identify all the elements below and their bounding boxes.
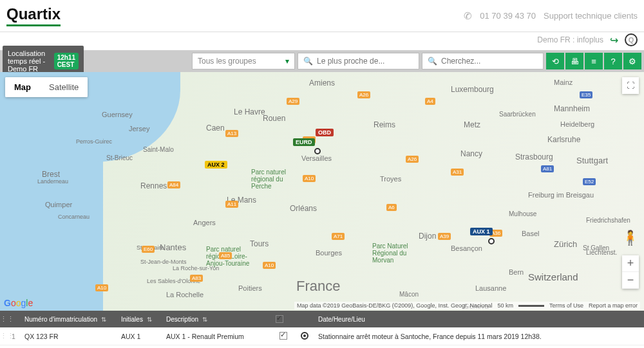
city-label: Besançon [451,244,482,252]
city-label: Guernsey [102,111,133,118]
city-label: Concarneau [58,214,90,220]
road-shield: E60 [142,246,155,253]
vehicle-marker-obd[interactable]: OBD [316,129,334,136]
city-label: Brest [42,170,60,179]
city-label: Freiburg im Breisgau [528,191,594,199]
city-label: Rouen [263,114,285,123]
drag-handle-icon[interactable]: ⋮⋮ [0,315,8,324]
map-type-map[interactable]: Map [5,77,40,97]
road-shield: A10 [263,262,276,269]
toolbar: Localisation temps réel - Demo FR 12h11 … [0,50,644,72]
city-label: St-Jean-de-Monts [140,259,187,265]
group-dropdown[interactable]: Tous les groupes ▾ [192,53,295,69]
grid-header: ⋮⋮ Numéro d'immatriculation Initiales De… [0,311,644,327]
col-select-all[interactable] [272,315,295,323]
brand-logo: Quartix [6,5,61,26]
refresh-button[interactable]: ⟲ [546,53,564,69]
settings-button[interactable]: ⚙ [623,53,641,69]
header-right: ✆ 01 70 39 43 70 Support technique clien… [464,10,638,22]
search-icon: 🔍 [428,57,437,66]
road-shield: A84 [167,181,180,188]
logout-icon[interactable]: ↪ [610,34,618,46]
city-label: Basel [522,230,540,237]
city-label: Friedrichshafen [586,217,630,224]
city-label: Mulhouse [509,210,536,217]
park-label: Parc naturel régional du Perche [251,169,296,190]
support-phone: 01 70 39 43 70 [480,11,536,21]
city-label: Nancy [460,149,482,158]
road-shield: A31 [451,169,464,176]
road-shield: A26 [357,91,370,98]
chevron-down-icon: ▾ [285,57,289,66]
nearest-search[interactable]: 🔍 [298,53,419,69]
phone-icon: ✆ [464,10,472,22]
col-registration[interactable]: Numéro d'immatriculation [21,316,117,323]
avatar[interactable]: Q [625,33,638,46]
col-datetime[interactable]: Date/Heure/Lieu [314,316,644,323]
map-scale: 50 km [497,302,513,309]
help-button[interactable]: ? [604,53,622,69]
map-attribution: Map data ©2019 GeoBasis-DE/BKG (©2009), … [294,302,640,309]
road-shield: A11 [225,201,238,208]
pegman-icon[interactable]: 🧍 [621,230,639,246]
group-dropdown-label: Tous les groupes [198,57,256,66]
park-label: Parc naturel régional Loire-Anjou-Tourai… [206,246,264,267]
city-label: Strasbourg [515,152,553,161]
city-label: Luxembourg [451,85,494,94]
map-type-satellite[interactable]: Satellite [40,77,88,97]
zoom-in-button[interactable]: + [622,255,639,272]
city-label: Angers [193,219,216,226]
map-terms-link[interactable]: Terms of Use [549,302,583,309]
search-input[interactable] [441,57,538,66]
city-label: Reims [374,120,395,129]
zoom-out-button[interactable]: − [622,272,639,289]
table-row[interactable]: ⋮⋮ 2 QX 687 FR AUX 2 AUX 2 - Mercedes In… [0,345,644,348]
city-label: Poitiers [238,284,262,292]
city-label: Bourges [316,249,342,257]
time-badge: 12h11 CEST [54,53,79,69]
road-shield: A13 [225,130,238,137]
global-search[interactable]: 🔍 [422,53,544,69]
nearest-input[interactable] [317,57,413,66]
country-label: France [296,278,340,295]
top-header: Quartix ✆ 01 70 39 43 70 Support techniq… [0,0,644,32]
road-shield: A4 [425,98,435,105]
toolbar-buttons: ⟲ 🖶 ≡ ? ⚙ [546,53,641,69]
road-shield: A6 [386,204,397,211]
cell-registration: QX 123 FR [21,333,117,340]
col-description[interactable]: Description [162,316,272,323]
support-link[interactable]: Support technique clients [544,11,638,21]
col-initials[interactable]: Initiales [117,316,162,323]
city-label: Stuttgart [576,156,608,165]
vehicle-marker-aux2[interactable]: AUX 2 [205,161,227,169]
print-button[interactable]: 🖶 [565,53,583,69]
road-shield: E52 [583,178,596,185]
road-shield: A26 [406,156,419,163]
row-index: 1 [8,333,21,340]
drag-handle-icon[interactable]: ⋮⋮ [0,332,8,340]
road-shield: A85 [219,252,232,259]
cell-checkbox[interactable] [272,332,295,341]
city-label: Mainz [554,78,573,86]
city-label: Mâcon [399,291,419,298]
country-switzerland: Switzerland [528,271,578,282]
vehicle-marker-aux1[interactable]: AUX 1 [470,228,493,235]
city-label: Troyes [380,175,401,183]
city-label: Metz [464,120,480,129]
city-label: Lausanne [475,284,506,292]
vehicle-marker-eurd[interactable]: EURD [293,138,315,146]
vehicle-dot[interactable] [314,148,321,154]
cell-description: AUX 1 - Renault Premium [162,333,272,340]
map-canvas[interactable]: Map Satellite ⛶ France Switzerland Liech… [0,72,644,311]
cell-status-icon [295,332,314,341]
fullscreen-button[interactable]: ⛶ [622,77,639,94]
list-button[interactable]: ≡ [585,53,603,69]
city-label: Landerneau [37,178,68,185]
table-row[interactable]: ⋮⋮ 1 QX 123 FR AUX 1 AUX 1 - Renault Pre… [0,327,644,345]
city-label: Saint-Malo [143,146,174,153]
map-report-link[interactable]: Report a map error [589,302,638,309]
vehicle-dot[interactable] [488,238,495,244]
map-data-text: Map data ©2019 GeoBasis-DE/BKG (©2009), … [297,302,492,309]
zoom-control: + − [622,255,639,289]
city-label: Zürich [554,239,577,249]
